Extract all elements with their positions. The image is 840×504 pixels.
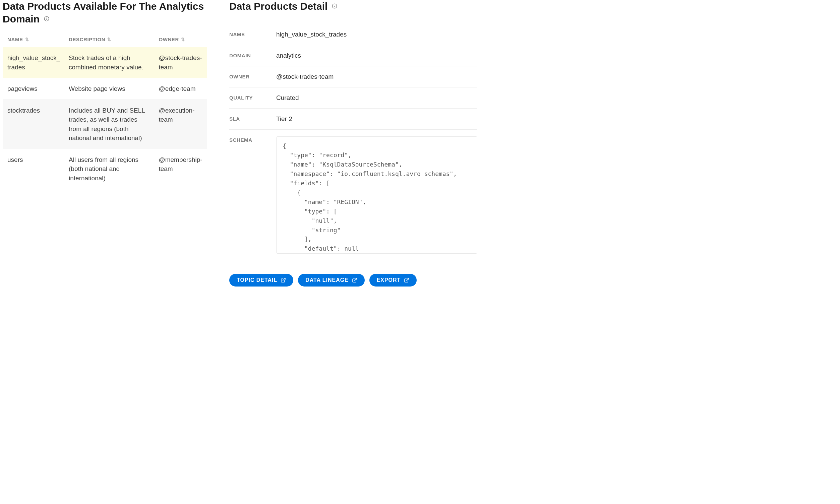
svg-point-2 bbox=[46, 17, 47, 18]
cell-owner: @stock-trades-team bbox=[154, 47, 207, 78]
column-header-description[interactable]: DESCRIPTION⇅ bbox=[64, 32, 154, 47]
detail-value-quality: Curated bbox=[276, 94, 477, 102]
list-title: Data Products Available For The Analytic… bbox=[3, 1, 204, 24]
info-icon[interactable] bbox=[43, 16, 50, 22]
detail-row-quality: QUALITY Curated bbox=[229, 88, 477, 109]
cell-name: high_value_stock_trades bbox=[3, 47, 64, 78]
sort-icon: ⇅ bbox=[25, 37, 29, 41]
detail-title: Data Products Detail bbox=[229, 1, 327, 12]
external-link-icon bbox=[281, 277, 286, 283]
cell-owner: @execution-team bbox=[154, 100, 207, 149]
external-link-icon bbox=[404, 277, 409, 283]
info-icon[interactable] bbox=[332, 3, 338, 9]
button-label: EXPORT bbox=[377, 277, 401, 283]
column-header-label: DESCRIPTION bbox=[69, 37, 105, 42]
data-products-detail-panel: Data Products Detail NAME high_value_sto… bbox=[229, 0, 477, 287]
button-label: DATA LINEAGE bbox=[305, 277, 348, 283]
detail-row-sla: SLA Tier 2 bbox=[229, 109, 477, 130]
data-lineage-button[interactable]: DATA LINEAGE bbox=[298, 274, 365, 287]
detail-value-owner: @stock-trades-team bbox=[276, 73, 477, 80]
sort-icon: ⇅ bbox=[107, 37, 111, 41]
button-label: TOPIC DETAIL bbox=[237, 277, 277, 283]
cell-name: pageviews bbox=[3, 78, 64, 100]
table-row[interactable]: stocktradesIncludes all BUY and SELL tra… bbox=[3, 100, 207, 149]
table-row[interactable]: usersAll users from all regions (both na… bbox=[3, 149, 207, 189]
column-header-name[interactable]: NAME⇅ bbox=[3, 32, 64, 47]
detail-value-sla: Tier 2 bbox=[276, 115, 477, 123]
detail-row-name: NAME high_value_stock_trades bbox=[229, 24, 477, 45]
svg-point-5 bbox=[334, 5, 335, 5]
data-products-list-panel: Data Products Available For The Analytic… bbox=[3, 0, 207, 287]
detail-value-name: high_value_stock_trades bbox=[276, 31, 477, 38]
detail-label: OWNER bbox=[229, 73, 266, 79]
detail-label: NAME bbox=[229, 31, 266, 37]
cell-description: All users from all regions (both nationa… bbox=[64, 149, 154, 189]
column-header-owner[interactable]: OWNER⇅ bbox=[154, 32, 207, 47]
detail-label: QUALITY bbox=[229, 94, 266, 101]
sort-icon: ⇅ bbox=[181, 37, 185, 41]
detail-label: SCHEMA bbox=[229, 137, 266, 143]
detail-button-row: TOPIC DETAIL DATA LINEAGE EXPORT bbox=[229, 274, 477, 287]
cell-name: users bbox=[3, 149, 64, 189]
svg-line-6 bbox=[283, 278, 285, 281]
detail-row-owner: OWNER @stock-trades-team bbox=[229, 66, 477, 88]
svg-line-8 bbox=[406, 278, 409, 281]
data-products-table: NAME⇅ DESCRIPTION⇅ OWNER⇅ high_value_sto… bbox=[3, 32, 207, 189]
cell-description: Includes all BUY and SELL trades, as wel… bbox=[64, 100, 154, 149]
detail-row-schema: SCHEMA { "type": "record", "name": "Ksql… bbox=[229, 130, 477, 260]
cell-owner: @edge-team bbox=[154, 78, 207, 100]
column-header-label: OWNER bbox=[159, 37, 179, 42]
cell-owner: @membership-team bbox=[154, 149, 207, 189]
svg-line-7 bbox=[354, 278, 356, 281]
table-row[interactable]: pageviewsWebsite page views@edge-team bbox=[3, 78, 207, 100]
detail-row-domain: DOMAIN analytics bbox=[229, 45, 477, 66]
cell-description: Stock trades of a high combined monetary… bbox=[64, 47, 154, 78]
cell-description: Website page views bbox=[64, 78, 154, 100]
detail-label: SLA bbox=[229, 115, 266, 122]
export-button[interactable]: EXPORT bbox=[369, 274, 417, 287]
detail-value-domain: analytics bbox=[276, 52, 477, 59]
cell-name: stocktrades bbox=[3, 100, 64, 149]
external-link-icon bbox=[352, 277, 357, 283]
table-row[interactable]: high_value_stock_tradesStock trades of a… bbox=[3, 47, 207, 78]
column-header-label: NAME bbox=[7, 37, 23, 42]
topic-detail-button[interactable]: TOPIC DETAIL bbox=[229, 274, 293, 287]
detail-label: DOMAIN bbox=[229, 52, 266, 58]
schema-code-box[interactable]: { "type": "record", "name": "KsqlDataSou… bbox=[276, 137, 477, 254]
